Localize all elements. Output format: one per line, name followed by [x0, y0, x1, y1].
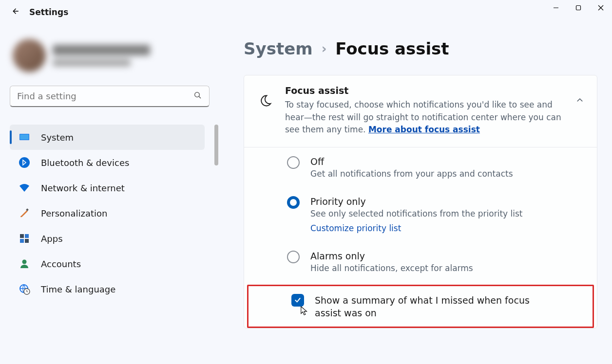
sidebar-item-label: Network & internet: [41, 183, 125, 193]
profile-email: [53, 59, 131, 66]
back-arrow-icon: [11, 7, 19, 16]
wifi-icon: [19, 182, 30, 194]
radio-off[interactable]: [287, 156, 300, 169]
svg-rect-11: [20, 234, 24, 238]
search-input[interactable]: [17, 91, 193, 101]
sidebar-item-time-language[interactable]: Time & language: [10, 276, 205, 302]
option-description: Get all notifications from your apps and…: [310, 169, 513, 179]
svg-point-15: [22, 260, 27, 264]
checkmark-icon: [294, 296, 302, 304]
sidebar-item-label: Accounts: [41, 259, 81, 269]
svg-rect-12: [25, 234, 29, 238]
sidebar-item-apps[interactable]: Apps: [10, 226, 205, 251]
maximize-icon: [575, 5, 581, 11]
svg-rect-14: [25, 239, 29, 243]
bluetooth-icon: [19, 157, 30, 168]
svg-rect-1: [576, 6, 581, 10]
moon-icon: [259, 94, 273, 109]
show-summary-checkbox[interactable]: [291, 294, 304, 307]
sidebar-item-label: Apps: [41, 234, 63, 244]
maximize-button[interactable]: [567, 0, 590, 16]
svg-rect-8: [20, 134, 29, 140]
show-summary-label: Show a summary of what I missed when foc…: [315, 294, 558, 320]
globe-clock-icon: [19, 283, 30, 295]
chevron-right-icon: ›: [322, 41, 327, 56]
option-description: Hide all notifications, except for alarm…: [310, 263, 473, 273]
close-button[interactable]: [590, 0, 612, 16]
radio-priority-only[interactable]: [287, 196, 300, 209]
breadcrumb-parent[interactable]: System: [244, 39, 313, 58]
sidebar-item-label: Personalization: [41, 208, 107, 218]
radio-alarms-only[interactable]: [287, 251, 300, 263]
option-priority-only[interactable]: Priority only See only selected notifica…: [244, 187, 597, 242]
breadcrumb-current: Focus assist: [335, 39, 449, 58]
sidebar-scrollbar[interactable]: [214, 125, 218, 165]
sidebar-item-accounts[interactable]: Accounts: [10, 251, 205, 276]
sidebar-item-label: Bluetooth & devices: [41, 158, 129, 168]
svg-line-6: [199, 96, 201, 98]
app-title: Settings: [29, 7, 68, 17]
option-off[interactable]: Off Get all notifications from your apps…: [244, 147, 597, 187]
sidebar-item-personalization[interactable]: Personalization: [10, 200, 205, 226]
sidebar-item-network[interactable]: Network & internet: [10, 175, 205, 200]
option-title: Alarms only: [310, 251, 473, 261]
profile-name: [53, 45, 150, 55]
svg-rect-10: [26, 208, 29, 211]
more-about-link[interactable]: More about focus assist: [368, 125, 480, 134]
sidebar-item-label: Time & language: [41, 284, 115, 294]
search-box[interactable]: [10, 86, 210, 107]
sidebar-item-bluetooth[interactable]: Bluetooth & devices: [10, 150, 205, 175]
brush-icon: [19, 207, 30, 219]
user-profile[interactable]: [10, 39, 214, 72]
card-title: Focus assist: [285, 85, 564, 96]
sidebar-item-system[interactable]: System: [10, 125, 205, 150]
avatar: [13, 39, 46, 72]
svg-point-9: [19, 157, 30, 168]
option-alarms-only[interactable]: Alarms only Hide all notifications, exce…: [244, 242, 597, 282]
breadcrumb: System › Focus assist: [244, 39, 597, 58]
minimize-icon: [553, 5, 559, 11]
svg-rect-13: [20, 239, 24, 243]
system-icon: [19, 131, 30, 143]
search-icon: [193, 91, 202, 102]
focus-assist-card: Focus assist To stay focused, choose whi…: [244, 75, 597, 328]
back-button[interactable]: [11, 7, 19, 18]
chevron-up-icon[interactable]: [575, 96, 584, 107]
show-summary-row[interactable]: Show a summary of what I missed when foc…: [247, 285, 594, 328]
minimize-button[interactable]: [545, 0, 567, 16]
customize-priority-list-link[interactable]: Customize priority list: [310, 223, 401, 233]
person-icon: [19, 258, 30, 270]
mouse-cursor-icon: [300, 306, 309, 318]
svg-point-5: [195, 92, 200, 97]
option-title: Priority only: [310, 196, 522, 207]
apps-icon: [19, 233, 30, 244]
card-header[interactable]: Focus assist To stay focused, choose whi…: [244, 75, 597, 147]
close-icon: [598, 5, 604, 11]
sidebar-item-label: System: [41, 132, 74, 143]
option-description: See only selected notifications from the…: [310, 209, 522, 218]
option-title: Off: [310, 156, 513, 167]
